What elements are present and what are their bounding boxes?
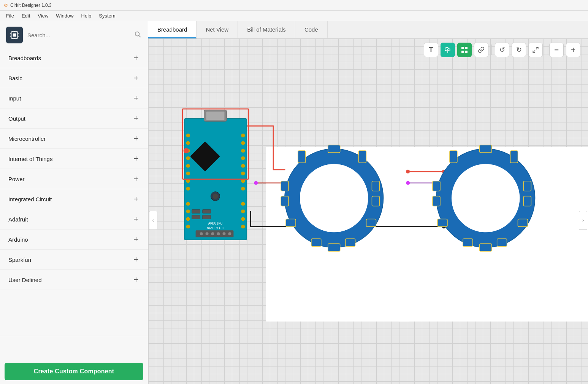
redo-button[interactable]: ↻ bbox=[512, 43, 526, 57]
collapse-left-button[interactable]: ‹ bbox=[149, 211, 157, 230]
category-sparkfun[interactable]: Sparkfun + bbox=[0, 250, 148, 270]
svg-rect-64 bbox=[206, 112, 225, 120]
menu-window[interactable]: Window bbox=[52, 12, 77, 20]
svg-rect-19 bbox=[461, 51, 464, 53]
add-power-button[interactable]: + bbox=[131, 174, 141, 184]
menu-view[interactable]: View bbox=[34, 12, 52, 20]
svg-rect-39 bbox=[372, 196, 379, 206]
svg-point-80 bbox=[241, 134, 245, 137]
sidebar: Breadboards + Basic + Input + Output + M… bbox=[0, 21, 148, 384]
category-label: Breadboards bbox=[8, 55, 41, 61]
svg-rect-56 bbox=[480, 244, 492, 251]
svg-rect-44 bbox=[286, 219, 296, 226]
add-microcontroller-button[interactable]: + bbox=[131, 134, 141, 143]
svg-rect-101 bbox=[192, 210, 200, 214]
svg-point-67 bbox=[213, 194, 218, 199]
search-input[interactable] bbox=[27, 32, 134, 38]
svg-rect-54 bbox=[518, 219, 528, 226]
add-breadboards-button[interactable]: + bbox=[131, 53, 141, 63]
svg-point-96 bbox=[217, 232, 220, 235]
tab-breadboard[interactable]: Breadboard bbox=[148, 21, 197, 38]
tab-netview[interactable]: Net View bbox=[197, 21, 238, 38]
svg-rect-43 bbox=[311, 239, 321, 246]
category-basic[interactable]: Basic + bbox=[0, 68, 148, 88]
category-label: Adafruit bbox=[8, 216, 28, 223]
app-title: Cirkit Designer 1.0.3 bbox=[10, 3, 52, 8]
menu-edit[interactable]: Edit bbox=[18, 12, 34, 20]
toolbar-divider bbox=[491, 45, 492, 55]
link-tool-button[interactable] bbox=[474, 43, 488, 57]
category-breadboards[interactable]: Breadboards + bbox=[0, 48, 148, 68]
menu-help[interactable]: Help bbox=[78, 12, 95, 20]
tab-bom[interactable]: Bill of Materials bbox=[238, 21, 295, 38]
cloud-upload-button[interactable] bbox=[441, 43, 455, 57]
add-sparkfun-button[interactable]: + bbox=[131, 255, 141, 264]
create-custom-component-button[interactable]: Create Custom Component bbox=[5, 363, 143, 380]
add-ic-button[interactable]: + bbox=[131, 194, 141, 204]
svg-rect-55 bbox=[497, 239, 507, 246]
category-power[interactable]: Power + bbox=[0, 169, 148, 189]
category-iot[interactable]: Internet of Things + bbox=[0, 149, 148, 169]
svg-rect-20 bbox=[465, 51, 468, 53]
circuit-diagram: ARDUINO NANO V3.0 bbox=[148, 39, 588, 384]
add-output-button[interactable]: + bbox=[131, 113, 141, 123]
category-label: Sparkfun bbox=[8, 257, 31, 263]
svg-line-15 bbox=[139, 35, 140, 37]
svg-point-84 bbox=[241, 164, 245, 168]
category-ic[interactable]: Integrated Circuit + bbox=[0, 189, 148, 209]
svg-point-98 bbox=[228, 232, 231, 235]
svg-text:ARDUINO: ARDUINO bbox=[208, 221, 223, 225]
add-input-button[interactable]: + bbox=[131, 93, 141, 103]
svg-rect-17 bbox=[461, 47, 464, 49]
svg-point-79 bbox=[186, 225, 190, 228]
category-label: Internet of Things bbox=[8, 156, 52, 162]
category-microcontroller[interactable]: Microcontroller + bbox=[0, 129, 148, 149]
svg-rect-102 bbox=[192, 215, 200, 219]
svg-rect-45 bbox=[281, 196, 288, 206]
add-user-defined-button[interactable]: + bbox=[131, 275, 141, 285]
svg-point-76 bbox=[186, 202, 190, 206]
svg-rect-58 bbox=[437, 219, 447, 226]
grid-icon bbox=[461, 46, 468, 53]
svg-point-83 bbox=[241, 156, 245, 160]
grid-toggle-button[interactable] bbox=[457, 43, 472, 57]
svg-rect-37 bbox=[359, 151, 366, 163]
fit-button[interactable] bbox=[528, 43, 543, 57]
collapse-right-button[interactable]: › bbox=[579, 211, 587, 230]
add-arduino-button[interactable]: + bbox=[131, 234, 141, 244]
zoom-out-button[interactable]: − bbox=[549, 43, 564, 57]
svg-point-77 bbox=[186, 210, 190, 214]
toolbar: T ↺ ↻ bbox=[424, 43, 580, 57]
category-label: Basic bbox=[8, 75, 22, 81]
category-arduino[interactable]: Arduino + bbox=[0, 229, 148, 250]
svg-point-88 bbox=[241, 202, 245, 206]
category-output[interactable]: Output + bbox=[0, 108, 148, 129]
category-adafruit[interactable]: Adafruit + bbox=[0, 209, 148, 229]
svg-point-82 bbox=[241, 149, 245, 153]
add-basic-button[interactable]: + bbox=[131, 73, 141, 83]
app-logo-icon: ⚙ bbox=[4, 3, 8, 8]
svg-point-68 bbox=[186, 134, 190, 137]
menu-file[interactable]: File bbox=[2, 12, 18, 20]
menu-system[interactable]: System bbox=[95, 12, 119, 20]
add-adafruit-button[interactable]: + bbox=[131, 214, 141, 224]
svg-point-89 bbox=[241, 210, 245, 214]
chip-icon bbox=[6, 27, 23, 43]
svg-point-71 bbox=[186, 156, 190, 160]
svg-point-95 bbox=[211, 232, 214, 235]
cloud-icon bbox=[444, 46, 452, 54]
category-user-defined[interactable]: User Defined + bbox=[0, 270, 148, 290]
undo-button[interactable]: ↺ bbox=[495, 43, 509, 57]
category-label: Arduino bbox=[8, 236, 28, 243]
svg-rect-40 bbox=[366, 219, 376, 226]
category-input[interactable]: Input + bbox=[0, 88, 148, 108]
search-icon bbox=[134, 31, 141, 39]
add-iot-button[interactable]: + bbox=[131, 154, 141, 164]
text-tool-button[interactable]: T bbox=[424, 43, 438, 57]
zoom-in-button[interactable]: + bbox=[566, 43, 580, 57]
svg-point-93 bbox=[200, 232, 203, 235]
tab-code[interactable]: Code bbox=[295, 21, 328, 38]
sidebar-bottom: Create Custom Component bbox=[0, 336, 148, 384]
svg-rect-42 bbox=[328, 244, 340, 251]
category-label: Microcontroller bbox=[8, 135, 46, 142]
